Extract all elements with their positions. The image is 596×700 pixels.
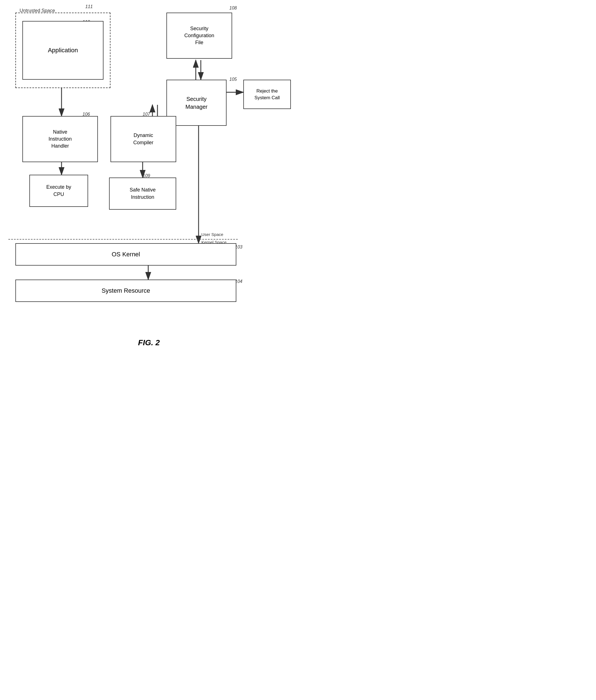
reject-syscall-label: Reject the System Call: [254, 88, 280, 101]
security-config-label: Security Configuration File: [184, 25, 214, 46]
ref-108: 108: [229, 6, 237, 10]
dynamic-compiler-label: Dynamic Compiler: [133, 132, 153, 146]
diagram: Untrusted Space 111 110 Application 108 …: [0, 0, 298, 335]
application-label: Application: [48, 46, 78, 55]
safe-native-box: Safe Native Instruction: [109, 178, 176, 210]
reject-syscall-box: Reject the System Call: [243, 80, 291, 109]
user-space-label: User Space: [201, 232, 223, 237]
os-kernel-label: OS Kernel: [111, 250, 140, 259]
application-box: Application: [22, 21, 103, 80]
ref-111: 111: [85, 4, 93, 9]
system-resource-box: System Resource: [16, 280, 236, 302]
dynamic-compiler-box: Dynamic Compiler: [110, 116, 176, 162]
os-kernel-box: OS Kernel: [16, 243, 236, 265]
untrusted-space-label: Untrusted Space: [20, 8, 55, 14]
native-handler-box: Native Instruction Handler: [22, 116, 98, 162]
system-resource-label: System Resource: [101, 287, 150, 295]
user-kernel-boundary: [8, 239, 238, 239]
execute-cpu-box: Execute by CPU: [29, 175, 88, 207]
ref-105: 105: [229, 77, 237, 82]
security-manager-label: Security Manager: [185, 95, 207, 111]
execute-cpu-label: Execute by CPU: [46, 184, 71, 198]
native-handler-label: Native Instruction Handler: [48, 129, 72, 150]
safe-native-label: Safe Native Instruction: [129, 186, 155, 201]
fig-caption: FIG. 2: [0, 338, 298, 353]
security-config-box: Security Configuration File: [167, 12, 232, 59]
